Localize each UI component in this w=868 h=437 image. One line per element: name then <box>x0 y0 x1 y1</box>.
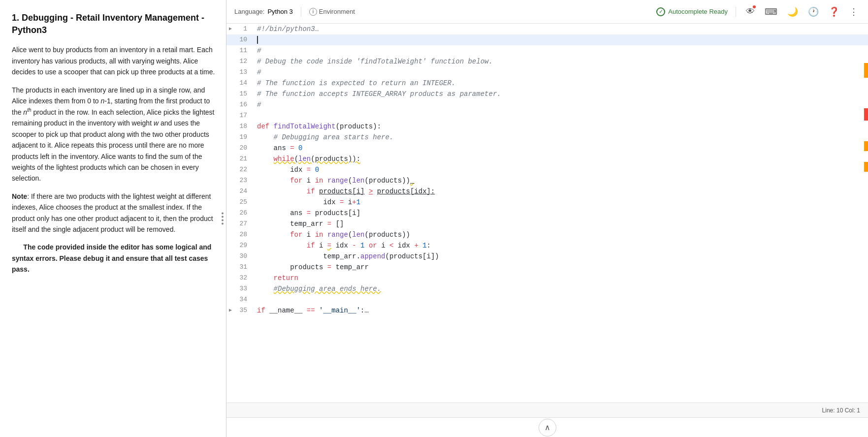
table-row: 30 temp_arr.append(products[i]) <box>226 251 868 262</box>
fold-arrow-empty <box>226 164 234 175</box>
line-number: 16 <box>234 99 255 110</box>
table-row: 19 # Debugging area starts here. <box>226 132 868 143</box>
history-button[interactable]: 🕐 <box>806 4 821 19</box>
toolbar-icon-group: 👁 ⌨ 🌙 🕐 ❓ ⋮ <box>744 4 860 19</box>
fold-arrow-empty <box>226 110 234 121</box>
table-row: 32 return <box>226 273 868 283</box>
line-number: 11 <box>234 45 255 56</box>
fold-arrow-empty <box>226 78 234 89</box>
line-number: 23 <box>234 175 255 186</box>
problem-paragraph-1: Alice went to buy products from an inven… <box>12 44 216 77</box>
table-row: 26 ans = products[i] <box>226 208 868 218</box>
table-row: 24 if products[i] > products[idx]: <box>226 186 868 197</box>
fold-arrow-empty <box>226 154 234 164</box>
fold-arrow-empty <box>226 208 234 218</box>
keyboard-icon: ⌨ <box>765 6 777 17</box>
line-content[interactable] <box>255 34 868 45</box>
line-number: 29 <box>234 240 255 251</box>
line-content: if i = idx - 1 or i < idx + 1: <box>255 240 868 251</box>
environment-selector[interactable]: i Environment <box>309 8 355 16</box>
line-content: #!/bin/python3… <box>255 24 868 34</box>
table-row: 14 # The function is expected to return … <box>226 78 868 89</box>
editor-panel: Language: Python 3 i Environment ✓ Autoc… <box>226 0 868 437</box>
fold-arrow-empty <box>226 143 234 154</box>
line-content: # The function accepts INTEGER_ARRAY pro… <box>255 89 868 99</box>
eye-dot <box>753 5 756 8</box>
fold-arrow-empty <box>226 273 234 283</box>
line-content: def findTotalWeight(products): <box>255 121 868 132</box>
help-icon: ❓ <box>829 6 839 17</box>
eye-button[interactable]: 👁 <box>744 4 757 19</box>
line-content: ans = 0 <box>255 143 868 154</box>
line-content: for i in range(len(products))_ <box>255 175 868 186</box>
line-number: 12 <box>234 56 255 67</box>
code-editor-area[interactable]: ▶ 1 #!/bin/python3… 10 11 # 12 # Debug <box>226 24 868 403</box>
line-content: if __name__ == '__main__':… <box>255 305 868 316</box>
fold-arrow-empty <box>226 294 234 305</box>
line-number: 33 <box>234 283 255 294</box>
indicator-error-1 <box>864 108 868 121</box>
indicator-warning-3 <box>864 162 868 172</box>
editor-statusbar: Line: 10 Col: 1 <box>226 403 868 417</box>
line-number: 32 <box>234 273 255 283</box>
line-content: # <box>255 45 868 56</box>
editor-gutter-indicators <box>864 24 868 383</box>
toolbar-divider-2 <box>736 7 736 17</box>
fold-arrow-empty <box>226 99 234 110</box>
line-content: # Debugging area starts here. <box>255 132 868 143</box>
line-content: #Debugging area ends here. <box>255 283 868 294</box>
autocomplete-status: ✓ Autocomplete Ready <box>656 7 728 16</box>
fold-arrow-empty <box>226 186 234 197</box>
fold-arrow-empty <box>226 67 234 78</box>
table-row[interactable]: 10 <box>226 34 868 45</box>
table-row: 21 while(len(products)): <box>226 154 868 164</box>
line-content: # Debug the code inside 'findTotalWeight… <box>255 56 868 67</box>
fold-arrow-empty <box>226 251 234 262</box>
fold-arrow[interactable]: ▶ <box>226 305 234 316</box>
table-row: 20 ans = 0 <box>226 143 868 154</box>
table-row: 23 for i in range(len(products))_ <box>226 175 868 186</box>
line-number: 26 <box>234 208 255 218</box>
table-row: 16 # <box>226 99 868 110</box>
fold-arrow[interactable]: ▶ <box>226 24 234 34</box>
fold-arrow-empty <box>226 56 234 67</box>
more-button[interactable]: ⋮ <box>847 4 860 19</box>
line-content: return <box>255 273 868 283</box>
language-selector[interactable]: Language: Python 3 <box>234 8 293 15</box>
fold-arrow-empty <box>226 121 234 132</box>
line-number: 1 <box>234 24 255 34</box>
history-icon: 🕐 <box>808 6 819 17</box>
line-number: 24 <box>234 186 255 197</box>
line-content: if products[i] > products[idx]: <box>255 186 868 197</box>
table-row: 13 # <box>226 67 868 78</box>
help-button[interactable]: ❓ <box>827 4 841 19</box>
keyboard-button[interactable]: ⌨ <box>763 4 779 19</box>
line-number: 30 <box>234 251 255 262</box>
line-number: 17 <box>234 110 255 121</box>
line-number: 35 <box>234 305 255 316</box>
line-content: # <box>255 99 868 110</box>
line-number: 18 <box>234 121 255 132</box>
line-content: ans = products[i] <box>255 208 868 218</box>
theme-button[interactable]: 🌙 <box>785 4 800 19</box>
table-row: 17 <box>226 110 868 121</box>
autocomplete-label: Autocomplete Ready <box>668 8 728 15</box>
fold-arrow-empty <box>226 132 234 143</box>
line-number: 21 <box>234 154 255 164</box>
line-number: 25 <box>234 197 255 208</box>
code-container[interactable]: ▶ 1 #!/bin/python3… 10 11 # 12 # Debug <box>226 24 868 403</box>
line-content: for i in range(len(products)) <box>255 229 868 240</box>
problem-code-note: The code provided inside the editor has … <box>12 242 216 275</box>
fold-arrow-empty <box>226 197 234 208</box>
table-row: ▶ 35 if __name__ == '__main__':… <box>226 305 868 316</box>
check-icon: ✓ <box>656 7 665 16</box>
fold-arrow-empty <box>226 262 234 273</box>
info-icon: i <box>309 8 317 16</box>
line-number: 27 <box>234 218 255 229</box>
panel-resize-handle[interactable] <box>222 213 224 225</box>
indicator-warning-1 <box>864 63 868 78</box>
fold-arrow-empty <box>226 89 234 99</box>
table-row: 18 def findTotalWeight(products): <box>226 121 868 132</box>
scroll-up-button[interactable]: ∧ <box>539 419 556 437</box>
line-number: 34 <box>234 294 255 305</box>
